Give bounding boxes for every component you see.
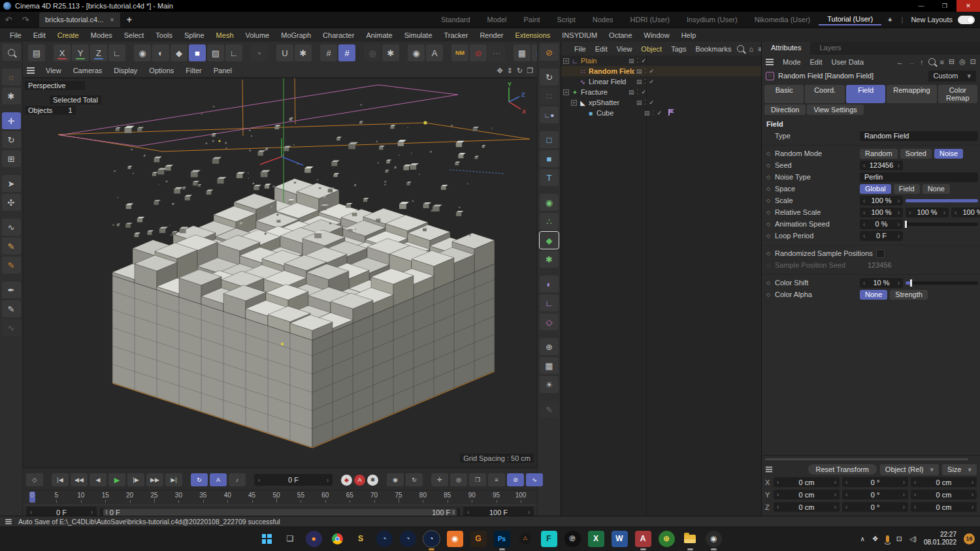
panel-tab-layers[interactable]: Layers: [810, 42, 850, 55]
move-tool-button[interactable]: ✛: [2, 112, 21, 129]
subdivision-surface-button[interactable]: ◉: [540, 194, 559, 211]
visibility-dots-icon[interactable]: ⁚: [637, 89, 639, 95]
menu-item-bookmarks[interactable]: Bookmarks: [691, 45, 736, 53]
houdini-icon[interactable]: ◉: [447, 531, 463, 547]
layout-tab-nodes[interactable]: Nodes: [584, 14, 622, 25]
value-stepper[interactable]: ‹100 %›: [860, 196, 903, 206]
attr-back-icon[interactable]: ←: [896, 58, 904, 66]
field-tag-icon[interactable]: [668, 109, 674, 116]
option-button-global[interactable]: Global: [860, 184, 891, 194]
cinema4d-icon[interactable]: ◔: [400, 531, 416, 547]
sound-toggle-button[interactable]: ♪: [229, 473, 246, 486]
render-view-button[interactable]: ▦: [514, 44, 531, 61]
photoshop-icon[interactable]: Ps: [494, 531, 510, 547]
object-axis-mode-button[interactable]: ∟: [225, 44, 242, 61]
option-button-noise[interactable]: Noise: [934, 149, 963, 159]
dropdown-type[interactable]: Random Field: [860, 131, 978, 141]
menu-item-mesh[interactable]: Mesh: [210, 31, 240, 39]
fusion-icon[interactable]: F: [541, 531, 557, 547]
coord-x-pos[interactable]: ‹0 cm›: [774, 477, 840, 487]
menu-item-panel[interactable]: Panel: [208, 67, 238, 74]
attr-tab-field[interactable]: Field: [846, 85, 885, 103]
quantize-lock-button[interactable]: #: [338, 44, 355, 61]
snap-settings-button[interactable]: ✱: [295, 44, 312, 61]
layout-tab-hdri-user-[interactable]: HDRI (User): [622, 14, 679, 25]
coord-y-scale[interactable]: ‹0 cm›: [911, 490, 977, 499]
menu-item-create[interactable]: Create: [52, 31, 85, 39]
autokey-frame-button[interactable]: A: [210, 473, 227, 486]
menu-item-window[interactable]: Window: [638, 31, 676, 39]
attr-forward-icon[interactable]: →: [908, 58, 915, 66]
menu-item-user-data[interactable]: User Data: [827, 58, 869, 66]
om-search-icon[interactable]: [737, 45, 744, 52]
menu-item-cameras[interactable]: Cameras: [67, 67, 108, 74]
undo-icon[interactable]: ↶: [0, 15, 17, 25]
visibility-dots-icon[interactable]: ⁚: [645, 99, 647, 106]
polygons-mode-button[interactable]: ◆: [171, 44, 188, 61]
object-row-plain[interactable]: −∟Plain▤⁚✓: [561, 55, 761, 66]
sublime-icon[interactable]: S: [353, 531, 369, 547]
preset-dropdown[interactable]: Custom ▾: [928, 71, 976, 82]
menu-item-modes[interactable]: Modes: [85, 31, 118, 39]
p-app-icon[interactable]: ℗: [564, 531, 581, 547]
expand-icon[interactable]: −: [563, 89, 569, 95]
menu-item-edit[interactable]: Edit: [806, 58, 827, 66]
notification-badge[interactable]: 16: [964, 533, 975, 544]
record-scale-icon[interactable]: ◎: [450, 473, 467, 486]
status-burger-icon[interactable]: [5, 521, 12, 522]
object-row-random-field[interactable]: ∷Random Field▤⁚✓: [561, 66, 761, 76]
menu-item-edit[interactable]: Edit: [27, 31, 52, 39]
texture-mode-button[interactable]: ▨: [207, 44, 224, 61]
coord-y-pos[interactable]: ‹0 cm›: [774, 490, 840, 499]
visibility-dots-icon[interactable]: ⁚: [637, 57, 639, 64]
coord-z-scale[interactable]: ‹0 cm›: [911, 502, 977, 512]
slider-animation-speed[interactable]: [906, 223, 978, 226]
coord-burger-icon[interactable]: [766, 469, 772, 470]
coord-mode-dropdown[interactable]: Object (Rel) ▾: [880, 464, 939, 475]
record-position-icon[interactable]: ✛: [431, 473, 448, 486]
sky-object-button[interactable]: ⊕: [540, 338, 559, 355]
fracture-object-button[interactable]: ◆: [540, 232, 559, 249]
search-commander-button[interactable]: [2, 44, 21, 61]
range-right-grip[interactable]: ‖: [450, 509, 457, 516]
network-icon[interactable]: ⊡: [896, 535, 902, 543]
no-material-icon[interactable]: ⊘: [540, 44, 559, 61]
enabled-check-icon[interactable]: ✓: [641, 89, 646, 95]
pan-view-icon[interactable]: ✥: [497, 67, 502, 75]
option-button-random[interactable]: Random: [860, 149, 898, 159]
snap-magnet-button[interactable]: U: [276, 44, 293, 61]
material-button[interactable]: ✎: [540, 401, 559, 418]
spline-arc-tool-button[interactable]: ↻: [540, 69, 559, 86]
viewport-solo-button[interactable]: ◉: [408, 44, 425, 61]
line-cut-button[interactable]: ✎: [2, 300, 21, 317]
menu-item-mode[interactable]: Mode: [778, 58, 806, 66]
rectangle-spline-button[interactable]: □: [540, 131, 559, 148]
floor-object-button[interactable]: ∟●: [540, 106, 559, 123]
menu-item-tools[interactable]: Tools: [150, 31, 178, 39]
value-stepper[interactable]: ‹100 %›: [860, 208, 903, 217]
menu-item-object[interactable]: Object: [636, 45, 666, 53]
redo-icon[interactable]: ↷: [17, 15, 34, 25]
fcurve-editor-button[interactable]: ∿: [526, 473, 543, 486]
menu-item-extensions[interactable]: Extensions: [509, 31, 556, 39]
visibility-dots-icon[interactable]: ⁚: [645, 68, 647, 74]
menu-item-tracker[interactable]: Tracker: [438, 31, 474, 39]
attr-tab-basic[interactable]: Basic: [764, 85, 804, 103]
goto-end-button[interactable]: ▶|: [165, 473, 182, 486]
timeline-ruler[interactable]: 0510152025303540455055606570758085909510…: [23, 490, 537, 505]
disabled-plugin-icon[interactable]: ⊘: [470, 44, 487, 61]
option-button-sorted[interactable]: Sorted: [900, 149, 932, 159]
menu-item-insydium[interactable]: INSYDIUM: [556, 31, 603, 39]
menu-item-render[interactable]: Render: [474, 31, 509, 39]
menu-item-file[interactable]: File: [570, 45, 591, 53]
coord-z-pos[interactable]: ‹0 cm›: [774, 502, 840, 512]
menu-item-view[interactable]: View: [40, 67, 67, 74]
next-frame-button[interactable]: |▶: [127, 473, 144, 486]
tray-chevron-icon[interactable]: ∧: [860, 535, 864, 543]
menu-item-edit[interactable]: Edit: [591, 45, 612, 53]
coord-y-rot[interactable]: ‹0 °›: [842, 490, 908, 499]
points-mode-button[interactable]: ◉: [134, 44, 151, 61]
scale-tool-button[interactable]: ⊞: [2, 150, 21, 167]
object-row-fracture[interactable]: −✦Fracture▤⁚✓: [561, 87, 761, 97]
lock-x-axis-button[interactable]: X: [54, 44, 71, 61]
